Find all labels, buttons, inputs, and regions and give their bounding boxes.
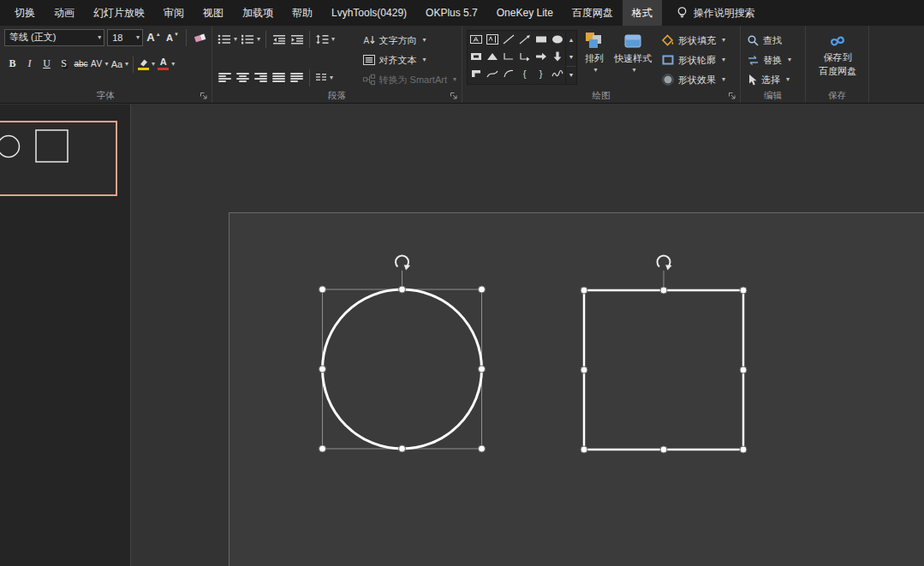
tab-animations[interactable]: 动画: [45, 0, 84, 26]
circle-shape[interactable]: [323, 289, 482, 449]
gallery-scroll-down[interactable]: ▼: [566, 48, 576, 65]
distribute-button[interactable]: [289, 69, 305, 86]
grow-font-button[interactable]: A▲: [146, 28, 162, 46]
tab-baidu-netdisk[interactable]: 百度网盘: [563, 0, 623, 26]
selection-handle[interactable]: [319, 366, 326, 372]
find-button[interactable]: 查找: [745, 32, 802, 49]
change-case-button[interactable]: Aa: [110, 55, 129, 73]
selection-handle[interactable]: [581, 366, 587, 373]
ribbon: 等线 (正文) 18 A▲ A▼ B I U S abc AV Aa: [0, 26, 924, 104]
paragraph-dialog-launcher[interactable]: [449, 91, 459, 101]
selection-handle[interactable]: [581, 446, 587, 453]
shape-frame[interactable]: [468, 48, 484, 65]
selection-handle[interactable]: [319, 445, 326, 452]
selection-handle[interactable]: [660, 446, 667, 453]
shape-left-brace[interactable]: {: [516, 65, 533, 82]
underline-button[interactable]: U: [39, 55, 55, 73]
selection-handle[interactable]: [581, 287, 587, 294]
align-right-button[interactable]: [253, 69, 269, 86]
selection-handle[interactable]: [479, 286, 486, 293]
drawing-dialog-launcher[interactable]: [727, 91, 737, 101]
clear-formatting-button[interactable]: [192, 28, 208, 46]
gallery-more-button[interactable]: ▼: [566, 66, 576, 84]
selection-handle[interactable]: [479, 366, 486, 372]
shape-triangle[interactable]: [484, 48, 500, 65]
shape-rectangle[interactable]: [533, 31, 549, 48]
justify-button[interactable]: [271, 69, 287, 86]
rotation-handle[interactable]: [658, 256, 672, 271]
tab-slideshow[interactable]: 幻灯片放映: [84, 0, 154, 26]
font-size-select[interactable]: 18: [107, 29, 143, 46]
save-to-baidu-netdisk-button[interactable]: 保存到 百度网盘: [810, 28, 865, 86]
selection-handle[interactable]: [740, 446, 747, 453]
tab-transitions[interactable]: 切换: [5, 0, 45, 26]
font-name-select[interactable]: 等线 (正文): [4, 29, 104, 46]
shape-elbow-arrow[interactable]: [516, 48, 533, 65]
tab-lvyhtools[interactable]: LvyhTools(0429): [322, 0, 416, 26]
tab-format[interactable]: 格式: [623, 0, 662, 26]
replace-button[interactable]: 替换: [745, 51, 802, 69]
bullets-button[interactable]: [217, 30, 238, 48]
tab-onekey-lite[interactable]: OneKey Lite: [487, 0, 563, 26]
shape-outline-button[interactable]: 形状轮廓: [659, 51, 727, 69]
rotation-handle[interactable]: [396, 256, 410, 271]
tell-me-search[interactable]: 操作说明搜索: [676, 6, 755, 21]
ribbon-spacer: [869, 26, 924, 103]
shape-elbow-connector[interactable]: [500, 48, 516, 65]
slide-canvas[interactable]: [229, 212, 924, 566]
tab-addins[interactable]: 加载项: [233, 0, 283, 26]
tab-review[interactable]: 审阅: [154, 0, 194, 26]
selection-handle[interactable]: [479, 445, 486, 452]
shape-corner[interactable]: [468, 65, 484, 82]
shape-right-brace[interactable]: }: [533, 65, 549, 82]
shape-textbox[interactable]: [468, 31, 484, 48]
text-direction-button[interactable]: A 文字方向: [361, 32, 458, 49]
bold-button[interactable]: B: [4, 55, 21, 73]
selection-handle[interactable]: [740, 287, 747, 294]
shape-right-arrow[interactable]: [533, 48, 549, 65]
shape-curve[interactable]: [484, 65, 500, 82]
selection-handle[interactable]: [319, 286, 326, 293]
shape-oval[interactable]: [549, 31, 565, 48]
select-button[interactable]: 选择: [745, 71, 802, 88]
selection-handle[interactable]: [399, 286, 406, 293]
slide-thumbnail-1[interactable]: [0, 121, 117, 196]
strikethrough-button[interactable]: abc: [73, 55, 89, 73]
shape-down-arrow[interactable]: [549, 48, 565, 65]
gallery-scroll-up[interactable]: ▲: [566, 31, 576, 48]
font-color-button[interactable]: A: [157, 55, 176, 73]
shrink-font-button[interactable]: A▼: [164, 28, 181, 46]
selection-handle[interactable]: [740, 366, 747, 373]
arrange-button[interactable]: 排列: [582, 28, 606, 86]
shape-fill-button[interactable]: 形状填充: [659, 32, 727, 49]
text-shadow-button[interactable]: S: [56, 55, 72, 73]
italic-button[interactable]: I: [21, 55, 38, 73]
convert-to-smartart-button[interactable]: 转换为 SmartArt: [361, 71, 458, 88]
baidu-netdisk-icon: [826, 32, 849, 51]
shape-arc[interactable]: [500, 65, 516, 82]
increase-indent-button[interactable]: [289, 30, 305, 48]
align-text-button[interactable]: 对齐文本: [361, 51, 458, 69]
outdent-icon: [272, 34, 286, 45]
shape-arrow-line[interactable]: [516, 31, 533, 48]
selection-handle[interactable]: [399, 445, 406, 452]
shape-line[interactable]: [500, 31, 516, 48]
selection-handle[interactable]: [660, 287, 667, 294]
shape-scribble[interactable]: [549, 65, 565, 82]
font-dialog-launcher[interactable]: [199, 91, 209, 101]
shape-vertical-textbox[interactable]: [484, 31, 500, 48]
character-spacing-button[interactable]: AV: [90, 55, 110, 73]
text-highlight-color-button[interactable]: [137, 55, 156, 73]
tab-view[interactable]: 视图: [194, 0, 233, 26]
align-left-button[interactable]: [217, 69, 233, 86]
tab-okplus[interactable]: OKPlus 5.7: [416, 0, 487, 26]
decrease-indent-button[interactable]: [271, 30, 287, 48]
shape-effects-button[interactable]: 形状效果: [659, 71, 727, 88]
square-shape[interactable]: [584, 290, 743, 450]
quick-styles-button[interactable]: 快速样式: [611, 28, 654, 86]
tab-help[interactable]: 帮助: [283, 0, 322, 26]
align-center-button[interactable]: [235, 69, 251, 86]
numbering-button[interactable]: [240, 30, 261, 48]
line-spacing-button[interactable]: [314, 30, 336, 48]
columns-button[interactable]: [314, 69, 334, 86]
